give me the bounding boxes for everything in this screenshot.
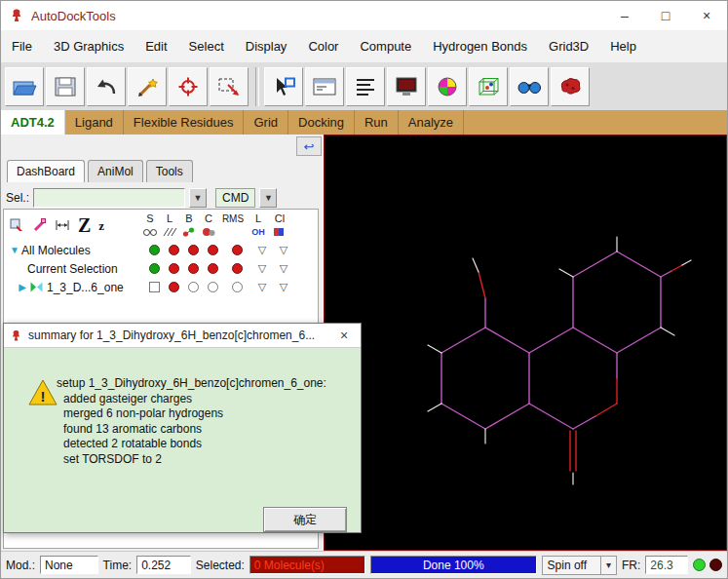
progress-bar: Done 100% — [370, 556, 537, 574]
menu-edit[interactable]: Edit — [134, 30, 177, 62]
dashboard-tab-bar: DashBoard AniMol Tools — [7, 160, 196, 182]
label-oh-tag: OH — [248, 225, 269, 239]
menu-select[interactable]: Select — [178, 30, 235, 62]
center-target-icon — [175, 76, 201, 97]
selection-input[interactable] — [33, 188, 185, 208]
toggle-off[interactable] — [222, 278, 251, 296]
close-button[interactable]: × — [686, 1, 727, 30]
toggle-red[interactable] — [164, 241, 183, 259]
selection-dropdown-button[interactable]: ▼ — [189, 188, 207, 208]
zoom-out-letter[interactable]: z — [98, 219, 104, 232]
viewer-3d[interactable] — [324, 135, 727, 551]
tab-tools[interactable]: Tools — [146, 160, 193, 182]
grid-box-button[interactable] — [469, 67, 508, 106]
expander-right-icon[interactable]: ▶ — [16, 282, 29, 292]
toggle-tri[interactable]: ▽ — [273, 278, 294, 296]
column-headers: S L B C RMS L Cl — [140, 212, 290, 225]
dialog-app-icon — [10, 329, 22, 342]
dialog-body: ! setup 1_3_Dihydroxy_6H_benzo[c]chromen… — [4, 347, 361, 532]
lines-style-icon — [162, 226, 177, 238]
svg-text:!: ! — [41, 388, 46, 405]
pencil-tool-icon[interactable] — [32, 217, 47, 233]
toggle-red[interactable] — [222, 259, 251, 278]
toggle-red[interactable] — [203, 241, 222, 259]
tab-animol[interactable]: AniMol — [88, 160, 143, 182]
pick-pointer-button[interactable] — [264, 67, 303, 106]
app-window: AutoDockTools – □ × File 3D Graphics Edi… — [0, 0, 728, 579]
toggle-red[interactable] — [203, 259, 222, 278]
grid-box-icon — [476, 76, 501, 97]
toggle-red[interactable] — [164, 259, 183, 278]
tab-flexible-residues[interactable]: Flexible Residues — [124, 110, 245, 135]
tree-label: Current Selection — [27, 262, 118, 276]
edit-pencil-button[interactable] — [128, 67, 167, 106]
console-button[interactable] — [305, 67, 344, 106]
menu-color[interactable]: Color — [297, 30, 349, 62]
pick-pointer-icon — [271, 76, 296, 97]
toggle-red[interactable] — [183, 241, 203, 259]
tab-grid[interactable]: Grid — [244, 110, 288, 135]
selection-row: Sel.: ▼ CMD ▼ — [6, 188, 277, 208]
maximize-button[interactable]: □ — [645, 1, 686, 30]
toggle-on[interactable] — [144, 241, 164, 259]
ok-button[interactable]: 确定 — [263, 507, 347, 532]
toggle-on[interactable] — [144, 259, 164, 278]
msms-surface-button[interactable] — [551, 67, 590, 106]
center-target-button[interactable] — [169, 67, 208, 106]
menu-grid3d[interactable]: Grid3D — [538, 30, 599, 62]
cmd-dropdown-button[interactable]: ▼ — [259, 188, 277, 208]
toggle-tri[interactable]: ▽ — [273, 259, 294, 278]
selected-label: Selected: — [196, 559, 245, 572]
tree-item-all-molecules[interactable]: ▼ All Molecules ▽▽ — [4, 241, 318, 259]
select-tool-icon[interactable] — [9, 217, 24, 233]
tab-docking[interactable]: Docking — [288, 110, 355, 135]
tab-run[interactable]: Run — [355, 110, 399, 135]
tree-item-current-selection[interactable]: Current Selection ▽▽ — [4, 259, 318, 278]
edit-pencil-icon — [134, 76, 160, 97]
undo-button[interactable] — [87, 67, 126, 106]
spin-dropdown[interactable]: Spin off ▾ — [542, 556, 617, 575]
zoom-in-letter[interactable]: Z — [78, 215, 91, 235]
script-lines-icon — [353, 76, 378, 97]
tab-dashboard[interactable]: DashBoard — [7, 160, 85, 182]
select-region-button[interactable] — [210, 67, 249, 106]
toggle-red[interactable] — [164, 278, 183, 296]
dialog-close-button[interactable]: × — [333, 328, 355, 343]
mod-value: None — [40, 556, 98, 574]
menu-3d-graphics[interactable]: 3D Graphics — [43, 30, 134, 62]
mod-label: Mod.: — [6, 559, 35, 572]
menu-hydrogen-bonds[interactable]: Hydrogen Bonds — [422, 30, 538, 62]
stereo-glasses-button[interactable] — [510, 67, 549, 106]
save-button[interactable] — [46, 67, 85, 106]
tree-item-molecule[interactable]: ▶ 1_3_D...6_one ▽▽ — [4, 278, 318, 296]
script-lines-button[interactable] — [346, 67, 385, 106]
toggle-off[interactable] — [183, 278, 203, 296]
menu-file[interactable]: File — [1, 30, 43, 62]
display-capture-button[interactable] — [387, 67, 426, 106]
expander-down-icon[interactable]: ▼ — [8, 245, 21, 255]
toggle-off[interactable] — [203, 278, 222, 296]
toggle-tri[interactable]: ▽ — [251, 259, 273, 278]
minimize-button[interactable]: – — [604, 1, 645, 30]
status-led-green[interactable] — [693, 559, 706, 571]
tree-label: 1_3_D...6_one — [47, 281, 124, 294]
menu-help[interactable]: Help — [599, 30, 647, 62]
tab-ligand[interactable]: Ligand — [65, 110, 124, 135]
status-led-red[interactable] — [709, 559, 722, 571]
toggle-tri[interactable]: ▽ — [273, 241, 294, 259]
menu-display[interactable]: Display — [235, 30, 298, 62]
toggle-tri[interactable]: ▽ — [251, 241, 273, 259]
panel-collapse-button[interactable]: ↩ — [296, 136, 322, 156]
toggle-tri[interactable]: ▽ — [251, 278, 273, 296]
toggle-red[interactable] — [183, 259, 203, 278]
toggle-red[interactable] — [222, 241, 251, 259]
menu-compute[interactable]: Compute — [349, 30, 422, 62]
fit-width-icon[interactable] — [55, 217, 70, 233]
toggle-box[interactable] — [144, 278, 164, 296]
color-sphere-button[interactable] — [428, 67, 467, 106]
dialog-title-bar[interactable]: summary for 1_3_Dihydroxy_6H_benzo[c]chr… — [4, 324, 361, 348]
tab-analyze[interactable]: Analyze — [399, 110, 464, 135]
rms-column-spacer — [218, 225, 248, 239]
tab-adt42[interactable]: ADT4.2 — [1, 110, 65, 135]
open-file-button[interactable] — [5, 67, 44, 106]
